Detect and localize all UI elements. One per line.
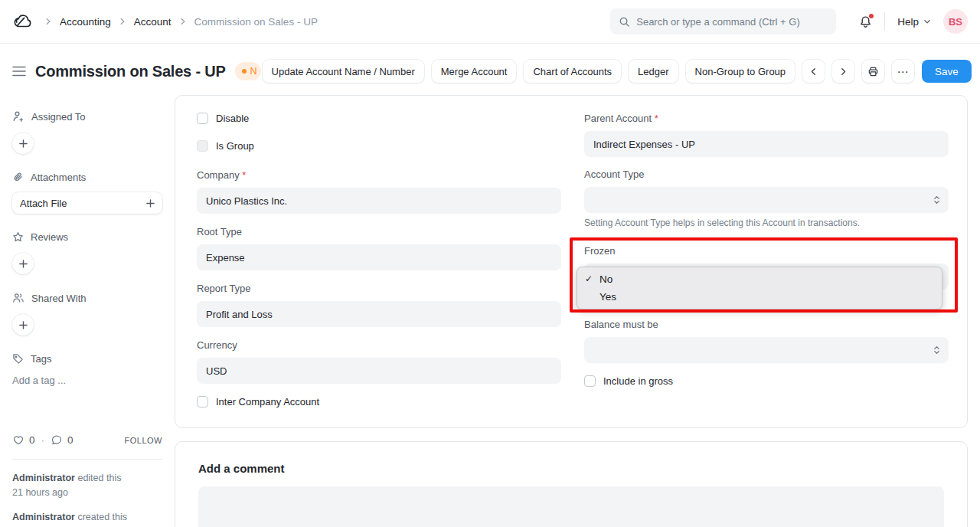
reviews-section: Reviews [12,231,162,243]
help-menu[interactable]: Help [897,16,931,28]
checkmark-icon: ✓ [585,270,593,288]
merge-account-button[interactable]: Merge Account [432,60,517,83]
frozen-option-yes[interactable]: Yes [577,288,942,306]
activity-user: Administrator [12,473,75,483]
prev-record-button[interactable] [802,60,825,83]
tags-section: Tags [12,353,162,365]
global-search[interactable] [610,8,836,34]
select-caret-icon [933,345,940,355]
add-review-button[interactable] [12,253,34,274]
frappe-cloud-logo[interactable] [12,11,34,32]
header-actions: Update Account Name / Number Merge Accou… [263,60,972,83]
attach-file-label: Attach File [20,198,67,209]
account-type-field: Account Type Setting Account Type helps … [584,169,949,228]
next-record-button[interactable] [832,60,854,83]
chevron-right-icon [119,18,126,25]
follow-button[interactable]: FOLLOW [125,436,162,445]
heart-icon[interactable] [12,434,24,446]
tag-icon [12,353,24,365]
required-marker: * [242,169,246,181]
assigned-to-label: Assigned To [31,111,86,123]
notification-bell[interactable] [859,15,872,28]
navbar-divider [884,12,885,31]
comments-count: 0 [67,434,74,446]
form-column-right: Parent Account * Indirect Expenses - UP … [584,111,949,408]
more-options-button[interactable]: ⋯ [892,60,914,83]
currency-input[interactable]: USD [197,358,561,384]
activity-created: Administrator created this 1 week ago [12,510,162,527]
attachments-section: Attachments [12,172,162,183]
breadcrumb-accounting[interactable]: Accounting [60,16,111,28]
paperclip-icon [12,172,24,183]
shared-with-section: Shared With [12,292,162,304]
root-type-label: Root Type [197,226,561,237]
shared-with-label: Shared With [31,293,87,304]
ledger-button[interactable]: Ledger [629,60,678,83]
comment-input[interactable] [198,486,944,527]
account-type-help: Setting Account Type helps in selecting … [584,218,949,228]
user-avatar[interactable]: BS [943,9,968,34]
option-label: Yes [599,291,616,303]
print-button[interactable] [862,60,884,83]
assigned-to-section: Assigned To [12,110,162,123]
users-icon [12,292,24,304]
save-button[interactable]: Save [922,60,972,83]
attachments-label: Attachments [31,172,86,183]
add-assignment-button[interactable] [12,133,34,154]
social-row: 0 · 0 FOLLOW [12,434,162,446]
help-label: Help [897,16,919,28]
company-field: Company * Unico Plastics Inc. [197,169,561,214]
report-type-label: Report Type [197,283,561,294]
comment-bubble-icon [51,434,63,446]
sidebar-divider [12,459,162,460]
tags-label: Tags [31,353,51,365]
disable-checkbox[interactable] [197,113,208,124]
user-plus-icon [12,110,24,123]
include-in-gross-label: Include in gross [603,375,673,387]
parent-account-input[interactable]: Indirect Expenses - UP [584,131,949,157]
report-type-input[interactable]: Profit and Loss [197,301,561,327]
add-tag-input[interactable]: Add a tag ... [12,375,162,386]
attach-file-button[interactable]: Attach File [12,192,162,214]
form-sidebar: Assigned To Attachments Attach File [0,95,175,527]
search-input[interactable] [636,16,828,28]
likes-count: 0 [29,434,35,446]
parent-account-label: Parent Account [584,113,652,124]
balance-must-be-select[interactable] [584,337,949,363]
root-type-input[interactable]: Expense [197,244,561,270]
company-input[interactable]: Unico Plastics Inc. [197,188,561,214]
chevron-left-icon [809,67,818,76]
page-title: Commission on Sales - UP [35,63,226,80]
chevron-down-icon [923,18,931,25]
frozen-option-no[interactable]: ✓ No [577,270,942,288]
form-column-left: Disable Is Group Company * Unico Plastic… [197,111,561,408]
status-text: N [250,66,257,77]
include-in-gross-checkbox[interactable] [584,375,596,387]
chevron-right-icon [179,18,187,25]
disable-label: Disable [216,113,249,124]
inter-company-label: Inter Company Account [216,396,319,408]
account-type-select[interactable] [584,187,949,213]
activity-user: Administrator [12,512,75,522]
is-group-label: Is Group [216,140,254,152]
breadcrumb-current: Commission on Sales - UP [194,16,318,28]
currency-label: Currency [197,339,561,351]
comment-card: Add a comment [175,441,968,527]
root-type-field: Root Type Expense [197,226,561,270]
report-type-field: Report Type Profit and Loss [197,283,561,327]
reviews-label: Reviews [31,231,68,243]
company-label: Company [197,169,240,181]
chevron-right-icon [839,67,848,76]
chart-of-accounts-button[interactable]: Chart of Accounts [524,60,621,83]
menu-icon[interactable] [12,66,26,77]
add-comment-heading: Add a comment [198,462,944,475]
inter-company-checkbox[interactable] [197,396,208,408]
plus-icon [146,199,155,208]
option-label: No [599,273,612,285]
add-share-button[interactable] [12,314,34,336]
non-group-to-group-button[interactable]: Non-Group to Group [686,60,795,83]
update-account-name-button[interactable]: Update Account Name / Number [263,60,424,83]
activity-time: 21 hours ago [12,487,68,498]
breadcrumb-account[interactable]: Account [134,16,172,28]
breadcrumb: Accounting Account Commission on Sales -… [44,16,318,28]
